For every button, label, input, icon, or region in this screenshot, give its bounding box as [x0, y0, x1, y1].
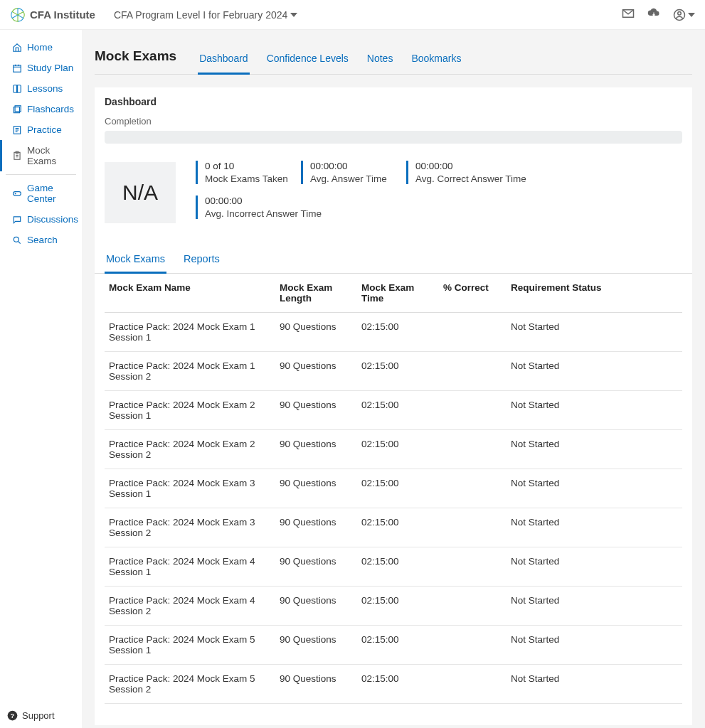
stats-row: N/A 0 of 10 Mock Exams Taken 00:00:00 Av…	[95, 156, 692, 247]
th-time: Mock Exam Time	[357, 274, 439, 313]
sub-tab-reports[interactable]: Reports	[182, 247, 221, 274]
calendar-icon	[12, 63, 22, 73]
stat-label: Avg. Incorrect Answer Time	[205, 208, 331, 219]
cell-length: 90 Questions	[275, 352, 357, 391]
cell-name: Practice Pack: 2024 Mock Exam 5 Session …	[105, 626, 275, 665]
completion-progress-bar	[105, 131, 682, 144]
sidebar-item-discussions[interactable]: Discussions	[0, 209, 82, 230]
sub-tabs: Mock Exams Reports	[95, 247, 692, 274]
table-row[interactable]: Practice Pack: 2024 Mock Exam 1 Session …	[105, 313, 682, 352]
program-selector[interactable]: CFA Program Level I for February 2024	[114, 9, 297, 21]
cell-pct	[439, 352, 507, 391]
cell-status: Not Started	[507, 391, 682, 430]
cell-status: Not Started	[507, 665, 682, 704]
cell-status: Not Started	[507, 469, 682, 508]
sub-tab-mock-exams[interactable]: Mock Exams	[105, 247, 166, 274]
clipboard-icon	[12, 151, 22, 161]
cards-icon	[12, 105, 22, 114]
mail-icon[interactable]	[622, 7, 635, 22]
cell-time: 02:15:00	[357, 508, 439, 547]
sidebar-item-practice[interactable]: Practice	[0, 119, 82, 140]
sidebar-item-label: Flashcards	[27, 104, 74, 114]
completion-label: Completion	[105, 116, 682, 127]
cell-pct	[439, 665, 507, 704]
cell-time: 02:15:00	[357, 352, 439, 391]
caret-down-icon	[688, 13, 695, 17]
tab-bookmarks[interactable]: Bookmarks	[410, 46, 462, 75]
sidebar-item-mock-exams[interactable]: Mock Exams	[0, 140, 82, 171]
sidebar-item-search[interactable]: Search	[0, 230, 82, 250]
cell-length: 90 Questions	[275, 508, 357, 547]
table-row[interactable]: Practice Pack: 2024 Mock Exam 4 Session …	[105, 547, 682, 587]
cell-name: Practice Pack: 2024 Mock Exam 1 Session …	[105, 352, 275, 391]
table-row[interactable]: Practice Pack: 2024 Mock Exam 5 Session …	[105, 665, 682, 704]
table-row[interactable]: Practice Pack: 2024 Mock Exam 2 Session …	[105, 391, 682, 430]
cell-time: 02:15:00	[357, 626, 439, 665]
sidebar-item-label: Home	[27, 42, 53, 53]
user-menu-icon[interactable]	[673, 9, 695, 21]
tab-dashboard[interactable]: Dashboard	[198, 46, 250, 75]
table-row[interactable]: Practice Pack: 2024 Mock Exam 3 Session …	[105, 508, 682, 547]
sidebar-item-home[interactable]: Home	[0, 37, 82, 58]
brand-text: CFA Institute	[30, 9, 95, 21]
caret-down-icon	[290, 13, 297, 17]
cell-pct	[439, 469, 507, 508]
cloud-download-icon[interactable]	[647, 7, 660, 22]
th-pct: % Correct	[439, 274, 507, 313]
support-button[interactable]: ? Support	[7, 710, 55, 721]
stat-avg-answer-time: 00:00:00 Avg. Answer Time	[301, 161, 406, 184]
stat-value: 0 of 10	[205, 161, 294, 171]
svg-rect-2	[14, 65, 21, 71]
page-tabs: Dashboard Confidence Levels Notes Bookma…	[198, 46, 462, 74]
cell-pct	[439, 391, 507, 430]
support-label: Support	[22, 710, 55, 721]
cell-pct	[439, 587, 507, 626]
sidebar-item-flashcards[interactable]: Flashcards	[0, 99, 82, 119]
stat-label: Mock Exams Taken	[205, 173, 294, 184]
stat-value: 00:00:00	[415, 161, 527, 171]
brand-logo[interactable]: CFA Institute	[10, 7, 95, 23]
panel-title: Dashboard	[95, 87, 692, 116]
table-row[interactable]: Practice Pack: 2024 Mock Exam 4 Session …	[105, 587, 682, 626]
help-icon: ?	[7, 710, 18, 721]
cell-pct	[439, 313, 507, 352]
cell-length: 90 Questions	[275, 391, 357, 430]
chat-icon	[12, 215, 22, 225]
cell-status: Not Started	[507, 430, 682, 469]
cell-length: 90 Questions	[275, 430, 357, 469]
topbar: CFA Institute CFA Program Level I for Fe…	[0, 0, 705, 30]
sidebar-item-label: Lessons	[27, 83, 63, 94]
tab-notes[interactable]: Notes	[366, 46, 395, 75]
stat-label: Avg. Correct Answer Time	[415, 173, 527, 184]
sidebar-item-label: Practice	[27, 124, 62, 135]
cell-name: Practice Pack: 2024 Mock Exam 2 Session …	[105, 391, 275, 430]
cell-status: Not Started	[507, 313, 682, 352]
stat-value: 00:00:00	[310, 161, 399, 171]
table-row[interactable]: Practice Pack: 2024 Mock Exam 1 Session …	[105, 352, 682, 391]
stat-avg-incorrect-time: 00:00:00 Avg. Incorrect Answer Time	[196, 196, 338, 219]
cell-name: Practice Pack: 2024 Mock Exam 1 Session …	[105, 313, 275, 352]
stat-avg-correct-time: 00:00:00 Avg. Correct Answer Time	[406, 161, 534, 184]
sidebar-item-study-plan[interactable]: Study Plan	[0, 58, 82, 78]
table-row[interactable]: Practice Pack: 2024 Mock Exam 5 Session …	[105, 626, 682, 665]
cell-name: Practice Pack: 2024 Mock Exam 2 Session …	[105, 430, 275, 469]
cell-name: Practice Pack: 2024 Mock Exam 4 Session …	[105, 547, 275, 587]
cfa-logo-icon	[10, 7, 26, 23]
home-icon	[12, 43, 22, 53]
sidebar-item-label: Mock Exams	[27, 145, 75, 166]
table-row[interactable]: Practice Pack: 2024 Mock Exam 3 Session …	[105, 469, 682, 508]
sidebar-item-game-center[interactable]: Game Center	[0, 178, 82, 209]
content-area: Mock Exams Dashboard Confidence Levels N…	[82, 30, 705, 728]
cell-length: 90 Questions	[275, 665, 357, 704]
table-row[interactable]: Practice Pack: 2024 Mock Exam 2 Session …	[105, 430, 682, 469]
tab-confidence-levels[interactable]: Confidence Levels	[265, 46, 350, 75]
cell-time: 02:15:00	[357, 430, 439, 469]
search-icon	[12, 235, 22, 245]
cell-time: 02:15:00	[357, 665, 439, 704]
page-title: Mock Exams	[95, 43, 176, 74]
cell-length: 90 Questions	[275, 547, 357, 587]
cell-length: 90 Questions	[275, 626, 357, 665]
stat-label: Avg. Answer Time	[310, 173, 399, 184]
cell-status: Not Started	[507, 352, 682, 391]
sidebar-item-lessons[interactable]: Lessons	[0, 78, 82, 99]
